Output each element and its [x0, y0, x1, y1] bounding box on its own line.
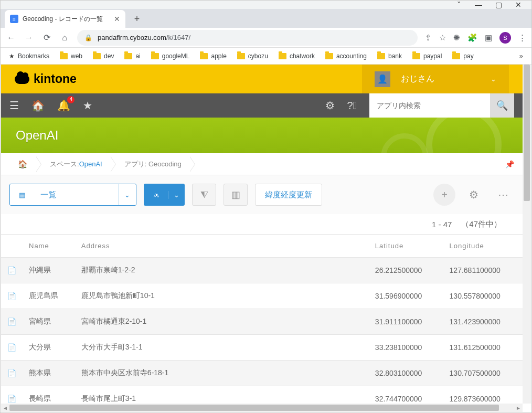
- user-menu[interactable]: 👤 おじさん ⌄: [362, 65, 509, 93]
- profile-avatar[interactable]: S: [499, 32, 511, 44]
- table-row[interactable]: 📄大分県大分市大手町3-1-133.238100000131.612500000: [1, 335, 523, 361]
- add-record-button[interactable]: +: [433, 184, 455, 206]
- bookmark-folder[interactable]: paypal: [412, 52, 442, 60]
- view-selector[interactable]: ▦ 一覧 ⌄: [9, 184, 136, 206]
- graph-dropdown-icon[interactable]: ⌄: [168, 191, 185, 199]
- chevron-down-icon[interactable]: ˅: [455, 1, 462, 8]
- gear-icon[interactable]: ⚙: [325, 99, 335, 112]
- window-maximize[interactable]: ▢: [495, 1, 502, 8]
- graph-icon: ⩕: [144, 191, 168, 199]
- bookmark-folder[interactable]: cybozu: [237, 52, 268, 60]
- scroll-left-icon[interactable]: ◄: [1, 405, 9, 411]
- col-name[interactable]: Name: [23, 235, 75, 258]
- bookmark-folder[interactable]: apple: [200, 52, 226, 60]
- more-menu-button[interactable]: ⋯: [492, 184, 514, 206]
- app-settings-button[interactable]: ⚙: [463, 184, 485, 206]
- cell-address: 大分市大手町3-1-1: [75, 335, 369, 361]
- cell-lat: 31.911100000: [369, 309, 443, 335]
- record-icon[interactable]: 📄: [1, 361, 23, 386]
- breadcrumb-space-link[interactable]: OpenAI: [79, 160, 102, 168]
- breadcrumb-home-icon[interactable]: 🏠: [18, 160, 28, 169]
- bookmark-folder[interactable]: bank: [377, 52, 402, 60]
- help-icon[interactable]: ?⃝: [347, 100, 357, 112]
- record-icon[interactable]: 📄: [1, 386, 23, 404]
- table-row[interactable]: 📄宮崎県宮崎市橘通東2-10-131.911100000131.42390000…: [1, 309, 523, 335]
- cell-address: 熊本市中央区水前寺6-18-1: [75, 361, 369, 386]
- cell-name: 鹿児島県: [23, 283, 75, 309]
- breadcrumb-space: スペース: OpenAI: [41, 153, 111, 175]
- star-icon[interactable]: ★: [83, 99, 92, 112]
- cell-lat: 32.803100000: [369, 361, 443, 386]
- bookmark-folder[interactable]: ai: [124, 52, 140, 60]
- search-button[interactable]: 🔍: [490, 93, 514, 118]
- search-input[interactable]: [369, 93, 490, 118]
- bookmark-folder[interactable]: googleML: [151, 52, 190, 60]
- puzzle-icon[interactable]: 🧩: [467, 33, 477, 43]
- bookmark-folder[interactable]: dev: [93, 52, 114, 60]
- col-address[interactable]: Address: [75, 235, 369, 258]
- share-icon[interactable]: ⇪: [425, 33, 432, 43]
- panel-icon[interactable]: ▣: [485, 33, 492, 43]
- scroll-right-icon[interactable]: ►: [514, 405, 523, 411]
- scroll-thumb[interactable]: [9, 405, 499, 411]
- breadcrumb-app: アプリ: Geocoding: [116, 153, 190, 175]
- avatar-icon: 👤: [375, 71, 390, 87]
- bookmark-folder[interactable]: web: [60, 52, 82, 60]
- url-path: /k/1647/: [166, 34, 190, 41]
- app-search: 🔍: [369, 93, 514, 118]
- window-close[interactable]: ✕: [515, 1, 522, 8]
- nav-home-button[interactable]: ⌂: [59, 33, 70, 43]
- bell-icon[interactable]: 🔔4: [57, 99, 70, 112]
- user-name: おじさん: [401, 73, 480, 84]
- col-lat[interactable]: Latitude: [369, 235, 443, 258]
- address-bar[interactable]: 🔒 pandafirm.cybozu.com/k/1647/: [77, 30, 418, 46]
- kintone-logo[interactable]: kintone: [15, 72, 77, 86]
- record-icon[interactable]: 📄: [1, 258, 23, 283]
- cell-lng: 130.707500000: [443, 361, 523, 386]
- filter-button[interactable]: ⧨: [192, 184, 216, 206]
- home-icon[interactable]: 🏠: [31, 99, 45, 112]
- breadcrumb: 🏠 スペース: OpenAI アプリ: Geocoding 📌: [1, 153, 523, 175]
- table-row[interactable]: 📄長崎県長崎市尾上町3-132.744700000129.873600000: [1, 386, 523, 404]
- nav-back-button[interactable]: ←: [6, 33, 16, 43]
- table-row[interactable]: 📄鹿児島県鹿児島市鴨池新町10-131.596900000130.5578000…: [1, 283, 523, 309]
- nav-reload-button[interactable]: ⟳: [41, 33, 52, 43]
- url-host: pandafirm.cybozu.com: [98, 34, 166, 41]
- cell-name: 長崎県: [23, 386, 75, 404]
- bookmark-star-icon[interactable]: ☆: [439, 33, 446, 43]
- kebab-menu-icon[interactable]: ⋮: [518, 33, 526, 43]
- kintone-header: kintone 👤 おじさん ⌄: [1, 65, 523, 93]
- bookmark-folder[interactable]: chatwork: [279, 52, 315, 60]
- graph-button[interactable]: ⩕ ⌄: [144, 184, 185, 206]
- custom-update-button[interactable]: 緯度経度更新: [255, 184, 322, 206]
- nav-forward-button[interactable]: →: [24, 33, 34, 43]
- record-icon[interactable]: 📄: [1, 309, 23, 335]
- bookmark-folder[interactable]: pay: [452, 52, 473, 60]
- hamburger-icon[interactable]: ☰: [9, 99, 19, 112]
- chart-button[interactable]: ▥: [224, 184, 248, 206]
- col-lng[interactable]: Longitude: [443, 235, 523, 258]
- lock-icon: 🔒: [84, 34, 92, 41]
- table-row[interactable]: 📄熊本県熊本市中央区水前寺6-18-132.803100000130.70750…: [1, 361, 523, 386]
- scroll-thumb[interactable]: [524, 65, 530, 201]
- extension-icon[interactable]: ✺: [453, 33, 460, 43]
- pin-icon[interactable]: 📌: [505, 160, 514, 168]
- bookmarks-overflow-icon[interactable]: »: [519, 52, 523, 60]
- bookmarks-root[interactable]: ★Bookmarks: [9, 52, 49, 60]
- tab-close-icon[interactable]: ✕: [114, 15, 120, 23]
- window-minimize[interactable]: —: [475, 1, 482, 8]
- record-icon[interactable]: 📄: [1, 335, 23, 361]
- cell-address: 長崎市尾上町3-1: [75, 386, 369, 404]
- horizontal-scrollbar[interactable]: ◄ ►: [1, 404, 523, 412]
- browser-tab[interactable]: ≡ Geocoding - レコードの一覧 ✕: [5, 10, 125, 28]
- record-icon[interactable]: 📄: [1, 283, 23, 309]
- vertical-scrollbar[interactable]: [523, 65, 531, 404]
- cell-lat: 33.238100000: [369, 335, 443, 361]
- new-tab-button[interactable]: +: [130, 12, 144, 26]
- action-bar: ▦ 一覧 ⌄ ⩕ ⌄ ⧨ ▥ 緯度経度更新 + ⚙ ⋯: [1, 175, 523, 214]
- view-dropdown-icon[interactable]: ⌄: [118, 184, 136, 205]
- bookmark-folder[interactable]: accounting: [325, 52, 367, 60]
- pager: 1 - 47 （47件中）: [1, 214, 523, 234]
- cell-lng: 131.612500000: [443, 335, 523, 361]
- table-row[interactable]: 📄沖縄県那覇市泉崎1-2-226.212500000127.681100000: [1, 258, 523, 283]
